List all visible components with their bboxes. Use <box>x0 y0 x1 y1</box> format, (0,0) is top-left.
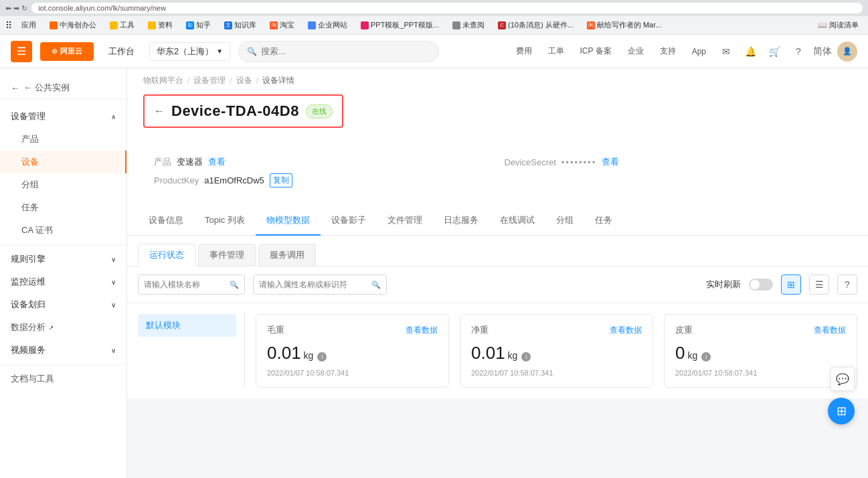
nav-enterprise[interactable]: 企业 <box>622 43 649 60</box>
sidebar-group-provision[interactable]: 设备划归 ∨ <box>0 293 126 316</box>
bookmark-zhihu[interactable]: 知 知乎 <box>182 19 215 31</box>
sidebar-item-group[interactable]: 分组 <box>0 173 126 196</box>
sidebar-item-data-analysis[interactable]: 数据分析 ↗ <box>0 316 126 339</box>
view-help-btn[interactable]: ? <box>837 274 857 295</box>
card-tare-weight: 皮重 查看数据 0 kg i 2022/01/07 10:58:07.341 <box>664 314 857 388</box>
breadcrumb-iot[interactable]: 物联网平台 <box>143 75 183 86</box>
bookmark-ppt[interactable]: PPT模板_PPT模版... <box>357 19 443 31</box>
bookmark-tools[interactable]: 工具 <box>106 19 139 31</box>
sidebar-item-device[interactable]: 设备 <box>0 151 126 173</box>
view-list-btn[interactable]: ☰ <box>809 274 829 295</box>
sidebar-item-product[interactable]: 产品 <box>0 128 126 151</box>
card-number-1: 0.01 <box>471 343 505 364</box>
product-value: 变速器 <box>177 156 203 168</box>
card-link-0[interactable]: 查看数据 <box>406 325 438 336</box>
breadcrumb-devices[interactable]: 设备 <box>236 75 252 86</box>
global-search-input[interactable] <box>261 46 430 56</box>
sidebar-item-task[interactable]: 任务 <box>0 196 126 219</box>
data-cards-grid: 毛重 查看数据 0.01 kg i 2022/01/07 10:58:07.34… <box>256 314 857 388</box>
title-back-btn[interactable]: ← <box>154 105 165 117</box>
nav-ticket[interactable]: 工单 <box>543 43 570 60</box>
workspace-nav[interactable]: 工作台 <box>102 43 141 60</box>
float-action-btn[interactable]: ⊞ <box>828 398 855 424</box>
bookmark-zhonghai[interactable]: 中海创办公 <box>46 19 100 31</box>
sidebar-item-docs[interactable]: 文档与工具 <box>0 368 126 390</box>
bookmark-reading-list[interactable]: 📖 阅读清单 <box>814 19 863 31</box>
tab-topic-list[interactable]: Topic 列表 <box>194 206 256 236</box>
global-search-box[interactable]: 🔍 <box>238 41 439 62</box>
card-link-2[interactable]: 查看数据 <box>814 325 846 336</box>
product-view-link[interactable]: 查看 <box>208 156 226 168</box>
cards-area: 默认模块 毛重 查看数据 0.01 kg i 20 <box>127 303 868 398</box>
nav-mail-icon[interactable]: ✉ <box>717 42 735 61</box>
subtab-service-call[interactable]: 服务调用 <box>258 244 316 266</box>
subtab-event-mgmt[interactable]: 事件管理 <box>198 244 256 266</box>
bookmark-bar: ⠿ 应用 中海创办公 工具 资料 知 知乎 文 知识库 淘 淘宝 企业网站 PP… <box>0 16 868 35</box>
nav-help-icon[interactable]: ? <box>789 42 808 61</box>
sidebar-collapse-btn[interactable]: ‹ <box>126 260 127 287</box>
sidebar-group-video[interactable]: 视频服务 ∨ <box>0 339 126 362</box>
tab-tasks[interactable]: 任务 <box>584 206 623 236</box>
float-chat-btn[interactable]: 💬 <box>831 367 855 391</box>
bookmark-mar[interactable]: 闲 献给写作者的 Mar... <box>583 19 666 31</box>
apps-icon[interactable]: ⠿ <box>5 20 12 31</box>
back-label: ← 公共实例 <box>23 82 70 94</box>
nav-actions: 费用 工单 ICP 备案 企业 支持 App ✉ 🔔 🛒 ? 简体 👤 <box>511 42 857 62</box>
sidebar-item-ca[interactable]: CA 证书 <box>0 219 126 242</box>
tab-online-debug[interactable]: 在线调试 <box>489 206 545 236</box>
card-time-0: 2022/01/07 10:58:07.341 <box>267 369 438 377</box>
realtime-toggle[interactable] <box>749 278 773 291</box>
region-selector[interactable]: 华东2（上海） ▼ <box>149 42 230 61</box>
attr-search-input[interactable] <box>259 280 369 289</box>
tab-tsl-data[interactable]: 物模型数据 <box>256 206 321 236</box>
bookmark-kb[interactable]: 文 知识库 <box>220 19 260 31</box>
nav-simpview-icon[interactable]: 简体 <box>813 42 832 61</box>
devicesecret-info: DeviceSecret •••••••• 查看 <box>505 156 842 168</box>
sidebar-group-device-mgmt[interactable]: 设备管理 ∧ <box>0 105 126 128</box>
info-icon-0[interactable]: i <box>317 352 327 362</box>
chevron-down-icon: ▼ <box>216 48 223 55</box>
info-icon-2[interactable]: i <box>701 352 711 362</box>
view-grid-btn[interactable]: ⊞ <box>781 274 801 295</box>
nav-bell-icon[interactable]: 🔔 <box>741 42 760 61</box>
breadcrumb: 物联网平台 / 设备管理 / 设备 / 设备详情 <box>143 75 852 86</box>
card-link-1[interactable]: 查看数据 <box>610 325 642 336</box>
card-title-0: 毛重 <box>267 324 284 336</box>
subtab-running-state[interactable]: 运行状态 <box>138 244 195 266</box>
top-nav: ☰ ⊙ 阿里云 工作台 华东2（上海） ▼ 🔍 费用 工单 ICP 备案 企业 … <box>0 35 868 68</box>
bookmark-taobao[interactable]: 淘 淘宝 <box>266 19 298 31</box>
module-default[interactable]: 默认模块 <box>138 314 236 337</box>
nav-cost[interactable]: 费用 <box>511 43 537 60</box>
sidebar-group-rules[interactable]: 规则引擎 ∨ <box>0 248 126 270</box>
bookmark-data[interactable]: 资料 <box>144 19 177 31</box>
tab-device-shadow[interactable]: 设备影子 <box>321 206 377 236</box>
card-title-1: 净重 <box>471 324 489 336</box>
logo-area[interactable]: ⊙ 阿里云 <box>40 42 94 61</box>
bookmark-unread[interactable]: 未查阅 <box>448 19 489 31</box>
back-to-public-instance[interactable]: ← ← 公共实例 <box>0 76 126 100</box>
sidebar-group-monitor[interactable]: 监控运维 ∨ <box>0 270 126 293</box>
nav-cart-icon[interactable]: 🛒 <box>765 42 784 61</box>
breadcrumb-device-mgmt[interactable]: 设备管理 <box>193 75 226 86</box>
bookmark-apps[interactable]: 应用 <box>17 19 40 31</box>
tab-device-info[interactable]: 设备信息 <box>138 206 194 236</box>
nav-app[interactable]: App <box>687 44 711 59</box>
nav-icp[interactable]: ICP 备案 <box>575 43 617 60</box>
module-search-box[interactable]: 🔍 <box>138 274 245 295</box>
bookmark-hardware[interactable]: C (10条消息) 从硬件... <box>494 19 578 31</box>
bookmark-company[interactable]: 企业网站 <box>304 19 351 31</box>
tab-groups[interactable]: 分组 <box>545 206 584 236</box>
info-icon-1[interactable]: i <box>521 352 531 362</box>
tab-file-mgmt[interactable]: 文件管理 <box>377 206 433 236</box>
module-search-input[interactable] <box>144 280 227 289</box>
chevron-down-icon: ∨ <box>111 278 116 286</box>
card-title-2: 皮重 <box>675 324 693 336</box>
productkey-info: ProductKey a1EmOfRcDw5 复制 <box>154 173 491 187</box>
user-avatar[interactable]: 👤 <box>837 42 857 62</box>
hamburger-button[interactable]: ☰ <box>11 41 32 62</box>
attr-search-box[interactable]: 🔍 <box>253 274 387 295</box>
nav-support[interactable]: 支持 <box>655 43 681 60</box>
tab-log-service[interactable]: 日志服务 <box>433 206 489 236</box>
devicesecret-view-link[interactable]: 查看 <box>602 156 619 168</box>
copy-productkey-btn[interactable]: 复制 <box>270 173 292 187</box>
